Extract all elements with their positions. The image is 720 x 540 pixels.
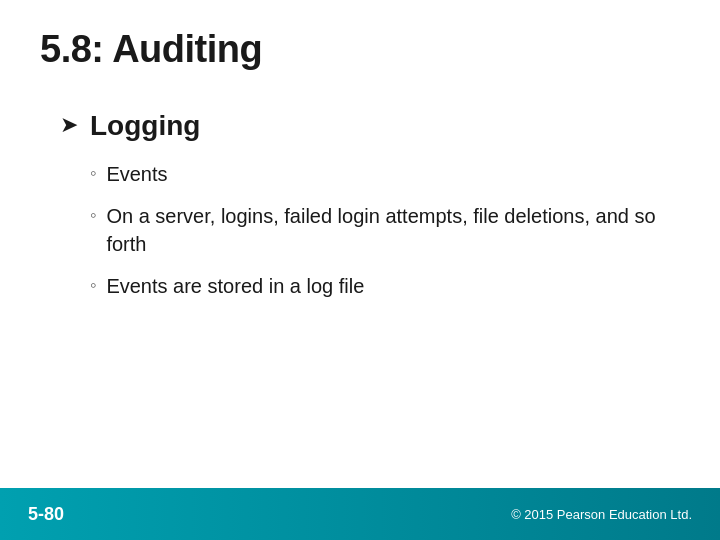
footer-copyright: © 2015 Pearson Education Ltd. — [511, 507, 692, 522]
sub-bullet-text-2: On a server, logins, failed login attemp… — [106, 202, 680, 258]
main-bullet-label: Logging — [90, 110, 200, 142]
main-bullet-arrow: ➤ — [60, 112, 78, 138]
sub-bullet-dot-2: ◦ — [90, 205, 96, 226]
main-bullet: ➤ Logging — [60, 110, 680, 142]
footer-page-number: 5-80 — [28, 504, 64, 525]
sub-bullet-dot-3: ◦ — [90, 275, 96, 296]
content-area: ➤ Logging ◦ Events ◦ On a server, logins… — [60, 110, 680, 314]
slide-container: 5.8: Auditing ➤ Logging ◦ Events ◦ On a … — [0, 0, 720, 540]
sub-bullet-2: ◦ On a server, logins, failed login atte… — [90, 202, 680, 258]
sub-bullets-list: ◦ Events ◦ On a server, logins, failed l… — [90, 160, 680, 300]
sub-bullet-text-3: Events are stored in a log file — [106, 272, 364, 300]
sub-bullet-dot-1: ◦ — [90, 163, 96, 184]
slide-title: 5.8: Auditing — [40, 28, 262, 71]
sub-bullet-text-1: Events — [106, 160, 167, 188]
sub-bullet-3: ◦ Events are stored in a log file — [90, 272, 680, 300]
sub-bullet-1: ◦ Events — [90, 160, 680, 188]
slide-footer: 5-80 © 2015 Pearson Education Ltd. — [0, 488, 720, 540]
